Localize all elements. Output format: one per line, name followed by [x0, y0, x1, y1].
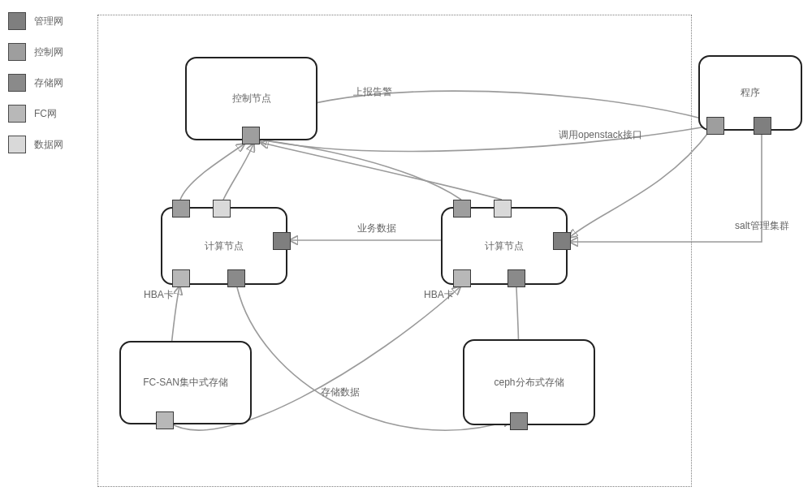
label-openstack: 调用openstack接口 [559, 128, 642, 142]
swatch-icon [8, 136, 26, 153]
node-label: 程序 [741, 86, 760, 100]
label-stordata: 存储数据 [321, 386, 360, 399]
legend-label: 控制网 [34, 45, 63, 59]
label-alarm: 上报告警 [353, 85, 392, 99]
node-label: ceph分布式存储 [494, 376, 564, 390]
port-compute2-mgmt [553, 232, 571, 250]
port-compute2-data [494, 200, 512, 218]
label-saltmgr: salt管理集群 [735, 219, 789, 233]
diagram-canvas: 管理网 控制网 存储网 FC网 数据网 控制节点 程序 计算节点 [0, 0, 812, 504]
label-bizdata: 业务数据 [357, 222, 396, 235]
port-control-ctrl [242, 127, 260, 144]
legend-item-fc: FC网 [8, 105, 63, 123]
node-label: FC-SAN集中式存储 [143, 376, 228, 390]
legend-item-stor: 存储网 [8, 74, 63, 92]
node-label: 计算节点 [485, 239, 524, 253]
port-program-mgmt [754, 117, 771, 135]
node-label: 计算节点 [205, 239, 244, 253]
legend-label: FC网 [34, 107, 57, 121]
node-ceph: ceph分布式存储 [463, 339, 595, 425]
port-compute1-ctrl [172, 200, 190, 218]
label-hba1: HBA卡 [144, 288, 174, 302]
label-hba2: HBA卡 [424, 288, 454, 302]
swatch-icon [8, 105, 26, 123]
port-ceph-stor [510, 412, 528, 430]
port-compute2-stor [508, 269, 525, 287]
legend-item-mgmt: 管理网 [8, 12, 63, 30]
port-fcsan-fc [156, 411, 174, 429]
port-compute1-mgmt [273, 232, 291, 250]
swatch-icon [8, 12, 26, 30]
swatch-icon [8, 74, 26, 92]
legend-item-data: 数据网 [8, 136, 63, 153]
port-compute2-ctrl [453, 200, 471, 218]
legend-item-ctrl: 控制网 [8, 43, 63, 61]
port-compute1-stor [227, 269, 245, 287]
legend-label: 管理网 [34, 15, 63, 28]
node-label: 控制节点 [232, 92, 271, 106]
node-fcsan: FC-SAN集中式存储 [119, 341, 252, 424]
port-compute1-fc [172, 269, 190, 287]
port-compute1-data [213, 200, 231, 218]
port-program-ctrl [706, 117, 724, 135]
legend: 管理网 控制网 存储网 FC网 数据网 [8, 12, 63, 166]
legend-label: 存储网 [34, 76, 63, 90]
legend-label: 数据网 [34, 138, 63, 152]
swatch-icon [8, 43, 26, 61]
port-compute2-fc [453, 269, 471, 287]
